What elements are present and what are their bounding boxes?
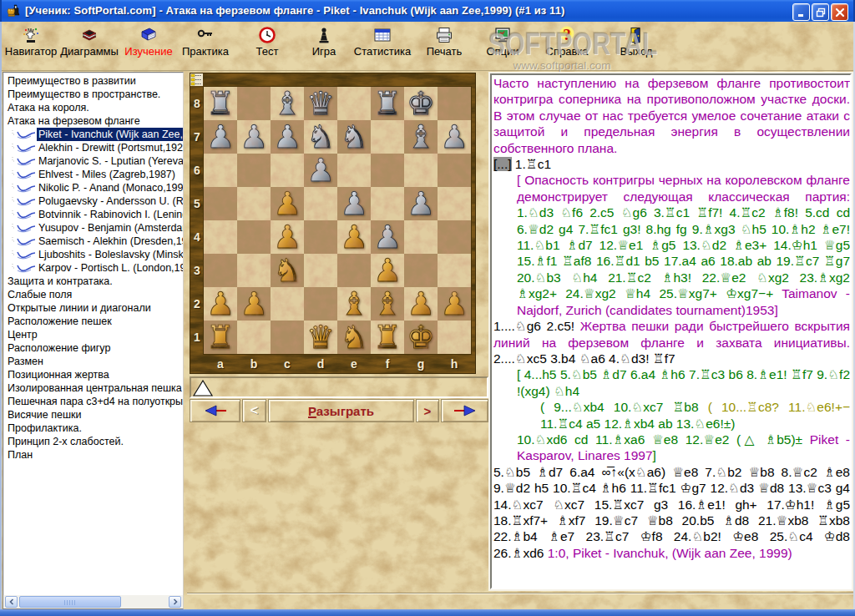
square-e3[interactable] — [337, 254, 371, 287]
square-b2[interactable]: ♟ — [237, 287, 271, 321]
square-a7[interactable]: ♟ — [204, 120, 237, 154]
black-pawn[interactable]: ♟ — [237, 120, 271, 154]
play-button[interactable]: Разыграть — [268, 399, 414, 422]
white-pawn[interactable]: ♟ — [438, 287, 471, 321]
black-rook[interactable]: ♜ — [371, 87, 404, 120]
square-a6[interactable] — [204, 154, 237, 187]
square-d7[interactable]: ♞ — [304, 120, 337, 154]
square-d2[interactable] — [304, 287, 337, 321]
white-bishop[interactable]: ♝ — [371, 287, 404, 321]
square-f8[interactable]: ♜ — [371, 87, 404, 120]
last-move-button[interactable] — [441, 399, 488, 422]
square-a2[interactable]: ♟ — [204, 287, 237, 321]
square-d6[interactable]: ♟ — [304, 154, 337, 187]
tree-game-item[interactable]: Polugaevsky - Andersson U. (Reg — [3, 194, 183, 208]
board-list-icon[interactable] — [190, 73, 203, 86]
square-f3[interactable]: ♟ — [371, 254, 404, 287]
annotation-segment[interactable]: ] — [774, 303, 777, 317]
tree-topic-item[interactable]: Изолированная центральная пешка — [3, 381, 183, 395]
restore-button[interactable] — [812, 3, 829, 21]
square-h3[interactable] — [438, 254, 471, 287]
annotation-segment[interactable]: ( 9...♘xb4 10.♘xc7 ♖b8 — [540, 400, 708, 414]
white-pawn[interactable]: ♟ — [404, 287, 438, 321]
black-queen[interactable]: ♛ — [304, 87, 337, 120]
tree-topic-item[interactable]: Профилактика. — [3, 422, 183, 435]
white-rook[interactable]: ♜ — [204, 321, 237, 354]
square-c4[interactable]: ♟ — [271, 220, 304, 254]
tree-topic-item[interactable]: Расположение пешек — [3, 315, 183, 328]
current-move-marker[interactable]: [...] — [493, 157, 512, 171]
annotation-segment[interactable]: 11.♖c4 a5 12.♗xb4 ab 13.♘e6!±) — [540, 417, 735, 431]
square-h8[interactable] — [438, 87, 471, 120]
tree-topic-item[interactable]: Центр — [3, 328, 183, 341]
tree-topic-item[interactable]: Защита и контратака. — [3, 275, 183, 288]
tree-horizontal-scrollbar[interactable] — [3, 595, 183, 608]
square-h6[interactable] — [438, 154, 471, 187]
annotation-segment[interactable]: 1.♖c1 — [512, 157, 552, 171]
square-g7[interactable]: ♝ — [404, 120, 438, 154]
square-g8[interactable]: ♚ — [404, 87, 438, 120]
tree-game-item[interactable]: Saemisch - Alekhin (Dresden,19 — [3, 235, 183, 248]
scroll-right-button[interactable] — [169, 596, 181, 608]
tree-game-item[interactable]: Ljuboshits - Boleslavsky (Minsk,1 — [3, 248, 183, 261]
square-b7[interactable]: ♟ — [237, 120, 271, 154]
annotation-segment[interactable]: [ 4...h5 5.♘b5 ♗d7 6.a4 ♗h6 7.♖c3 b6 8.♗… — [517, 367, 850, 397]
close-button[interactable] — [831, 3, 848, 21]
square-b3[interactable] — [237, 254, 271, 287]
tree-topic-item[interactable]: Атака на ферзевом фланге — [3, 114, 183, 128]
square-f1[interactable]: ♜ — [371, 321, 404, 354]
tree-topic-item[interactable]: Пешечная пара c3+d4 на полуоткрыт — [3, 395, 183, 408]
tree-game-item[interactable]: Piket - Ivanchuk (Wijk aan Zee,19 — [3, 128, 183, 141]
square-f4[interactable]: ♟ — [371, 220, 404, 254]
square-b4[interactable] — [237, 220, 271, 254]
square-g4[interactable] — [404, 220, 438, 254]
white-pawn[interactable]: ♟ — [204, 287, 237, 321]
tree-game-item[interactable]: Botvinnik - Rabinovich I. (Leningr — [3, 208, 183, 221]
black-pawn[interactable]: ♟ — [204, 120, 237, 154]
scrollbar-thumb[interactable] — [19, 596, 121, 608]
annotation-segment[interactable]: Часто наступлению на ферзевом фланге про… — [493, 76, 850, 155]
black-pawn[interactable]: ♟ — [271, 120, 304, 154]
black-pawn[interactable]: ♟ — [304, 154, 337, 187]
toolbar-button-exit[interactable]: Выход — [599, 24, 674, 69]
white-knight[interactable]: ♞ — [271, 254, 304, 287]
tree-topic-item[interactable]: Размен — [3, 355, 183, 368]
annotation-view[interactable]: Часто наступлению на ферзевом фланге про… — [490, 73, 852, 589]
square-c8[interactable]: ♝ — [271, 87, 304, 120]
first-move-button[interactable] — [190, 399, 240, 422]
black-pawn[interactable]: ♟ — [404, 187, 438, 220]
tree-topic-item[interactable]: Висячие пешки — [3, 408, 183, 422]
tree-topic-item[interactable]: Атака на короля. — [3, 101, 183, 114]
square-f5[interactable] — [371, 187, 404, 220]
black-pawn[interactable]: ♟ — [371, 220, 404, 254]
square-c7[interactable]: ♟ — [271, 120, 304, 154]
black-rook[interactable]: ♜ — [204, 87, 237, 120]
tree-topic-item[interactable]: Позиционная жертва — [3, 368, 183, 381]
black-bishop[interactable]: ♝ — [271, 87, 304, 120]
white-pawn[interactable]: ♟ — [371, 254, 404, 287]
tree-game-item[interactable]: Alekhin - Drewitt (Portsmut,1923 — [3, 141, 183, 154]
white-bishop[interactable]: ♝ — [337, 287, 371, 321]
tree-game-item[interactable]: Karpov - Portisch L. (London,198 — [3, 261, 183, 275]
square-f2[interactable]: ♝ — [371, 287, 404, 321]
square-b5[interactable] — [237, 187, 271, 220]
square-f6[interactable] — [371, 154, 404, 187]
black-pawn[interactable]: ♟ — [337, 187, 371, 220]
annotation-segment[interactable]: 1....♘g6 2.c5! — [493, 319, 580, 333]
minimize-button[interactable] — [792, 3, 810, 21]
square-g5[interactable]: ♟ — [404, 187, 438, 220]
next-move-button[interactable]: > — [416, 399, 439, 422]
title-bar[interactable]: [Ученик: SoftPortal.com] - Атака на ферз… — [0, 0, 855, 22]
tree-game-item[interactable]: Ehlvest - Miles (Zagreb,1987) — [3, 168, 183, 181]
square-e2[interactable]: ♝ — [337, 287, 371, 321]
square-c1[interactable] — [271, 321, 304, 354]
square-b6[interactable] — [237, 154, 271, 187]
square-a3[interactable] — [204, 254, 237, 287]
tree-topic-item[interactable]: Преимущество в пространстве. — [3, 88, 183, 101]
square-h7[interactable]: ♟ — [438, 120, 471, 154]
square-h2[interactable]: ♟ — [438, 287, 471, 321]
square-h1[interactable] — [438, 321, 471, 354]
square-g3[interactable] — [404, 254, 438, 287]
toolbar-button-help[interactable]: ? Справка — [529, 24, 605, 69]
square-c3[interactable]: ♞ — [271, 254, 304, 287]
